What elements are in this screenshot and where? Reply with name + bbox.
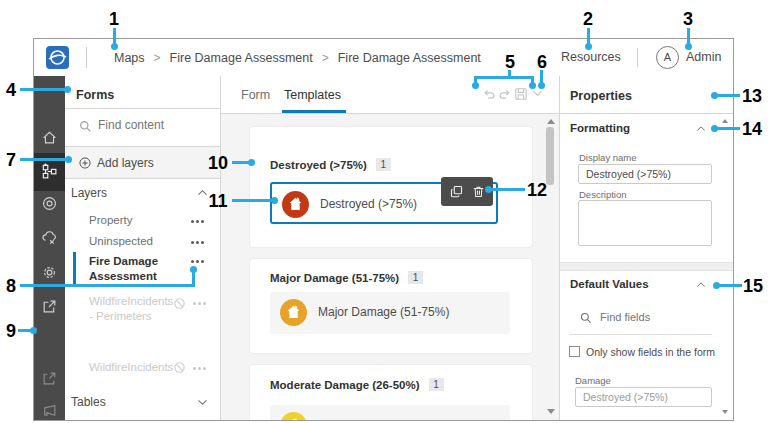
chevron-down-icon[interactable] <box>532 90 546 104</box>
find-content-search[interactable] <box>65 109 220 146</box>
group-header: Major Damage (51-75%)1 <box>270 268 423 286</box>
template-label: Moderate Damage (26-50%) <box>318 418 470 421</box>
selected-layer-indicator <box>73 252 76 286</box>
group-title: Destroyed (>75%) <box>270 159 367 171</box>
scroll-up-arrow-icon[interactable] <box>722 119 728 123</box>
header-divider <box>86 47 87 68</box>
left-nav <box>34 76 65 421</box>
layer-name: Uninspected <box>89 235 153 247</box>
callout-number-6: 6 <box>537 52 547 73</box>
breadcrumb-separator: > <box>322 51 329 65</box>
layer-options-icon[interactable] <box>193 367 206 370</box>
undo-icon[interactable] <box>482 87 496 101</box>
feedback-icon[interactable] <box>41 402 58 419</box>
destroyed-symbol-icon <box>282 191 309 218</box>
layer-options-icon[interactable] <box>191 220 204 223</box>
divider <box>569 334 712 335</box>
tables-section-header[interactable]: Tables <box>65 393 220 413</box>
display-name-label: Display name <box>579 152 637 163</box>
callout-number-8: 8 <box>6 276 16 297</box>
layer-options-icon[interactable] <box>191 260 204 263</box>
search-input[interactable] <box>96 117 210 133</box>
callout-dot <box>111 43 118 50</box>
chevron-up-icon <box>696 125 706 132</box>
layer-name: WildfireIncidents - Perimeters <box>89 294 173 324</box>
layer-row-wildfire-incidents[interactable]: WildfireIncidents <box>65 359 220 377</box>
home-icon[interactable] <box>41 129 58 146</box>
layer-row-wildfire-perimeters[interactable]: WildfireIncidents - Perimeters <box>65 292 220 328</box>
callout-line <box>687 28 690 44</box>
header-divider <box>637 48 638 67</box>
template-group-major-damage: Major Damage (51-75%)1 Major Damage (51-… <box>249 258 533 354</box>
layer-options-icon[interactable] <box>191 241 204 244</box>
callout-number-15: 15 <box>743 276 763 297</box>
damage-field-label: Damage <box>575 375 611 386</box>
share-icon[interactable] <box>41 298 58 315</box>
properties-panel: Properties Formatting Display name Descr… <box>559 76 734 421</box>
callout-dot <box>30 327 37 334</box>
templates-editor-panel: Form Templates <box>221 76 559 421</box>
basemap-section-header[interactable]: Basemap <box>65 420 220 421</box>
display-name-input[interactable] <box>578 164 712 184</box>
description-textarea[interactable] <box>578 200 712 246</box>
formatting-section-label: Formatting <box>570 122 630 134</box>
tab-form[interactable]: Form <box>241 88 270 102</box>
callout-line <box>718 284 742 287</box>
callout-dot <box>248 159 255 166</box>
scroll-up-arrow-icon[interactable] <box>547 119 555 124</box>
scroll-down-arrow-icon[interactable] <box>722 410 728 414</box>
callout-dot <box>64 86 71 93</box>
callout-number-5: 5 <box>505 52 515 73</box>
scroll-down-arrow-icon[interactable] <box>547 409 555 414</box>
group-count-badge: 1 <box>429 378 444 391</box>
add-layers-button[interactable]: Add layers <box>65 147 220 179</box>
layers-section-header[interactable]: Layers <box>65 184 220 204</box>
group-count-badge: 1 <box>376 158 391 171</box>
callout-line <box>20 88 65 91</box>
admin-menu[interactable]: Admin <box>686 50 721 64</box>
offline-areas-icon[interactable] <box>41 229 58 246</box>
duplicate-icon[interactable] <box>450 185 463 198</box>
formatting-section-header[interactable]: Formatting <box>560 120 734 138</box>
damage-value-input[interactable] <box>575 387 712 407</box>
callout-line <box>232 199 272 202</box>
app-header: Maps > Fire Damage Assessment > Fire Dam… <box>34 39 733 77</box>
save-icon[interactable] <box>514 87 528 101</box>
find-fields-input[interactable] <box>598 310 702 324</box>
breadcrumb-map-name[interactable]: Fire Damage Assessment <box>170 51 313 65</box>
esri-logo[interactable] <box>46 46 69 69</box>
open-in-app-icon[interactable] <box>41 370 58 387</box>
esri-globe-icon <box>46 46 69 69</box>
callout-line <box>474 76 534 79</box>
layer-row-uninspected[interactable]: Uninspected <box>65 233 220 251</box>
delete-icon[interactable] <box>472 185 485 198</box>
settings-icon[interactable] <box>41 264 58 281</box>
redo-icon[interactable] <box>498 87 512 101</box>
form-builder-icon[interactable] <box>41 163 58 180</box>
default-values-section-header[interactable]: Default Values <box>560 276 734 294</box>
scrollbar-thumb[interactable] <box>546 127 554 185</box>
default-values-section-label: Default Values <box>570 278 649 290</box>
resources-link[interactable]: Resources <box>561 50 621 64</box>
breadcrumb: Maps > Fire Damage Assessment > Fire Dam… <box>114 39 481 76</box>
callout-number-12: 12 <box>527 180 547 201</box>
callout-line <box>232 161 249 164</box>
avatar[interactable]: A <box>656 46 679 69</box>
find-fields-search[interactable] <box>560 308 734 330</box>
group-title: Major Damage (51-75%) <box>270 272 399 284</box>
tab-templates[interactable]: Templates <box>284 88 341 102</box>
geofence-icon[interactable] <box>41 195 58 212</box>
screenshot-stage: Maps > Fire Damage Assessment > Fire Dam… <box>0 0 773 423</box>
only-show-fields-label: Only show fields in the form <box>586 346 715 358</box>
breadcrumb-maps[interactable]: Maps <box>114 51 145 65</box>
layer-row-property[interactable]: Property <box>65 212 220 230</box>
callout-line <box>20 158 66 161</box>
template-item-major-damage[interactable]: Major Damage (51-75%) <box>270 292 510 334</box>
group-title: Moderate Damage (26-50%) <box>270 379 420 391</box>
template-item-moderate-damage[interactable]: Moderate Damage (26-50%) <box>270 405 510 421</box>
only-show-fields-checkbox[interactable] <box>569 346 580 357</box>
layer-options-icon[interactable] <box>193 302 206 305</box>
template-group-moderate-damage: Moderate Damage (26-50%)1 Moderate Damag… <box>249 364 533 421</box>
divider <box>560 113 734 114</box>
add-circle-icon <box>78 156 92 170</box>
